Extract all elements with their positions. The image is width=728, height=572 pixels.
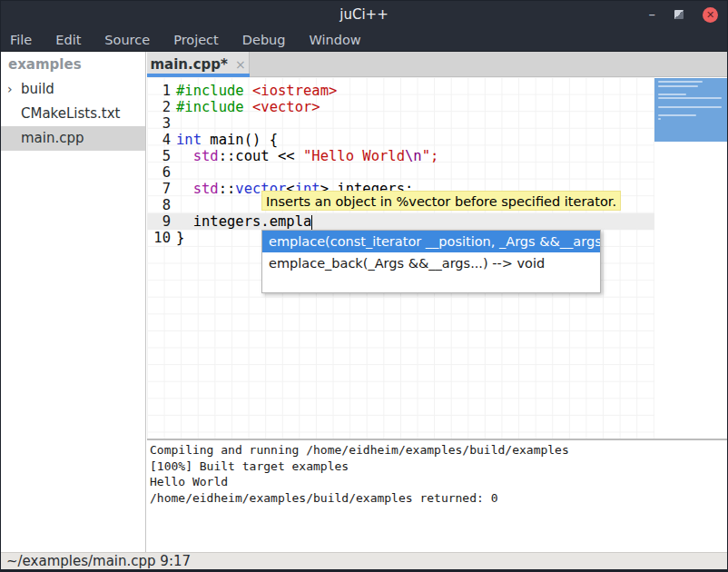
menu-item-source[interactable]: Source (104, 33, 150, 47)
code-token: <vector> (252, 99, 320, 115)
line-number: 7 (147, 181, 171, 197)
code-token: :: (219, 181, 236, 197)
code-token (244, 99, 252, 115)
line-number: 6 (147, 164, 171, 181)
text-cursor (311, 215, 312, 230)
line-number: 5 (147, 148, 171, 164)
file-tree-panel: examples ›buildCMakeLists.txtmain.cpp (1, 52, 146, 552)
code-line: int main() { (176, 132, 438, 148)
minimap-code-line (658, 85, 698, 87)
tree-item-main-cpp[interactable]: main.cpp (1, 126, 145, 151)
code-token: #include (176, 83, 244, 99)
doc-tooltip: Inserts an object in %vector before spec… (261, 191, 621, 211)
minimap-code-line (658, 118, 661, 120)
code-token: } (176, 230, 184, 246)
tree-item-label: main.cpp (21, 130, 84, 146)
minimap[interactable] (654, 77, 728, 439)
line-number-gutter: 12345678910 (147, 83, 171, 246)
minimap-visible-region[interactable] (654, 78, 727, 142)
titlebar: juCi++ – ✕ (1, 1, 727, 28)
menu-item-debug[interactable]: Debug (242, 33, 286, 47)
file-tree: ›buildCMakeLists.txtmain.cpp (1, 77, 145, 151)
line-number: 3 (147, 115, 171, 132)
line-number: 10 (147, 230, 171, 246)
line-number: 2 (147, 99, 171, 115)
minimap-code-line (658, 114, 696, 116)
line-number: 8 (147, 197, 171, 213)
code-token: int (176, 132, 202, 148)
menu-item-edit[interactable]: Edit (55, 33, 81, 47)
autocomplete-item[interactable]: emplace(const_iterator __position, _Args… (262, 231, 600, 252)
app-window: juCi++ – ✕ FileEditSourceProjectDebugWin… (0, 0, 728, 572)
terminal-line: Hello World (150, 474, 728, 490)
code-line: #include <vector> (176, 99, 438, 115)
code-token: std (193, 181, 219, 197)
menu-item-file[interactable]: File (10, 33, 32, 47)
project-name: examples (1, 52, 145, 77)
tab-close-icon[interactable]: × (235, 57, 246, 72)
close-icon[interactable]: ✕ (703, 7, 718, 23)
build-output-terminal[interactable]: Compiling and running /home/eidheim/exam… (147, 440, 728, 552)
code-token (244, 83, 252, 99)
line-number: 4 (147, 132, 171, 148)
code-line: #include <iostream> (176, 83, 438, 99)
code-token: #include (176, 99, 244, 115)
code-token: ::cout << (219, 148, 303, 164)
code-token: "Hello World (303, 148, 405, 164)
code-line: std::cout << "Hello World\n"; (176, 148, 438, 164)
code-line (176, 115, 438, 132)
code-token: \n (405, 148, 422, 164)
line-number: 1 (147, 83, 171, 99)
tab-label: main.cpp* (150, 56, 227, 73)
code-token: "; (422, 148, 439, 164)
autocomplete-popup: emplace(const_iterator __position, _Args… (261, 230, 601, 293)
code-token: <iostream> (252, 83, 337, 99)
tree-item-build[interactable]: ›build (1, 77, 145, 102)
restore-icon[interactable] (674, 10, 684, 19)
code-token: std (193, 148, 219, 164)
tabbar: main.cpp* × (147, 52, 728, 77)
menu-item-project[interactable]: Project (173, 33, 219, 47)
minimap-code-line (658, 97, 722, 99)
code-token (176, 148, 193, 164)
window-controls: – ✕ (649, 1, 719, 28)
minimap-code-line (658, 106, 722, 108)
tree-item-cmakelists-txt[interactable]: CMakeLists.txt (1, 102, 145, 126)
window-title: juCi++ (1, 1, 727, 28)
code-editor[interactable]: 12345678910 #include <iostream>#include … (147, 77, 728, 439)
code-line: integers.empla (176, 213, 438, 230)
minimap-code-line (658, 81, 703, 83)
minimap-code-line (658, 94, 686, 95)
code-line (176, 164, 438, 181)
status-file-position: ~/examples/main.cpp 9:17 (6, 553, 191, 569)
code-token: integers.empla (176, 213, 311, 230)
terminal-line: Compiling and running /home/eidheim/exam… (150, 442, 728, 459)
code-token: main() { (202, 132, 278, 148)
minimize-icon[interactable]: – (649, 10, 656, 19)
code-area[interactable]: #include <iostream>#include <vector>int … (176, 83, 438, 246)
line-number: 9 (147, 213, 171, 230)
menu-item-window[interactable]: Window (309, 33, 360, 47)
tree-item-label: build (21, 81, 54, 97)
menubar: FileEditSourceProjectDebugWindow (1, 28, 727, 52)
code-token (176, 181, 193, 197)
expander-icon[interactable]: › (7, 77, 13, 102)
statusbar: ~/examples/main.cpp 9:17 (1, 552, 727, 570)
terminal-line: /home/eidheim/examples/build/examples re… (150, 490, 728, 507)
autocomplete-item[interactable]: emplace_back(_Args &&__args...) --> void (262, 252, 600, 274)
tree-item-label: CMakeLists.txt (21, 105, 120, 122)
terminal-line: [100%] Built target examples (150, 459, 728, 475)
